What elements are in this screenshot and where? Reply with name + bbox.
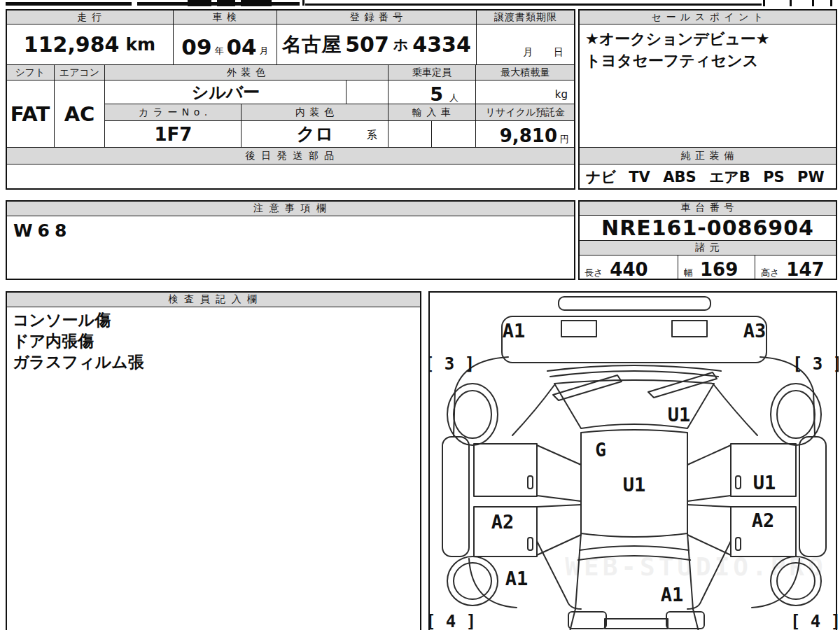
auction-sheet: 走 行 車 検 登 録 番 号 譲渡書類期限 112,984km 09 年 04…	[0, 0, 840, 630]
specs-header: 諸 元	[578, 240, 837, 255]
spec-width-cell: 幅 169	[678, 255, 755, 280]
a-pillar-left	[512, 385, 554, 435]
damage-label-a1-front: A1	[503, 320, 526, 342]
front-strip	[559, 297, 710, 310]
transfer-day-label: 日	[554, 46, 564, 59]
front-wheel-right	[777, 391, 815, 438]
cut-row-border	[790, 0, 792, 6]
spec-height-value: 147	[786, 259, 824, 280]
capacity-header: 乗車定員	[388, 64, 476, 80]
later-parts-header: 後 日 発 送 部 品	[6, 147, 575, 164]
shaken-header: 車 検	[173, 9, 277, 25]
interior-color-value: クロ 系	[241, 120, 389, 148]
recycle-header: リサイクル預託金	[475, 104, 575, 121]
damage-label-a1-trunk: A1	[661, 584, 684, 606]
chassis-header: 車 台 番 号	[578, 200, 837, 216]
front-wheel-left	[454, 391, 491, 438]
damage-label-a3-front: A3	[743, 320, 766, 342]
exterior-color-extra-cell	[346, 80, 388, 104]
rear-wheel-left	[447, 556, 498, 606]
registration-area: 名古屋	[282, 31, 341, 58]
import-car-cell-2	[431, 120, 476, 148]
fold-line	[687, 445, 731, 465]
spec-width-label: 幅	[684, 267, 693, 279]
shaken-year: 09	[181, 36, 211, 57]
inspector-body: コンソール傷 ドア内張傷 ガラスフィルム張	[6, 307, 421, 630]
wiper-right	[648, 372, 717, 398]
door-handle	[528, 538, 533, 550]
door-handle	[736, 476, 741, 489]
inspector-line: ドア内張傷	[13, 330, 94, 351]
mileage-header: 走 行	[6, 9, 174, 25]
bumper-inset-left	[561, 321, 596, 337]
later-parts-body	[6, 164, 575, 190]
damage-diagram: WEB-STUDIO.PRO A1 A3 [ 3 ] [ 3 ] U1 G U1…	[428, 291, 837, 630]
cowl-line	[547, 365, 721, 371]
interior-color-header: 内 装 色	[241, 104, 389, 121]
shaken-value: 09 年 04 月	[173, 24, 277, 65]
shaken-year-unit: 年	[215, 45, 224, 57]
color-no-value: 1F7	[104, 120, 242, 148]
spec-length-cell: 長さ 440	[578, 255, 678, 280]
registration-value: 名古屋 507ホ4334	[276, 24, 477, 65]
recycle-value: 9,810 円	[475, 120, 575, 148]
front-bumper	[502, 316, 766, 363]
shift-value: FAT	[6, 80, 55, 148]
import-car-cell-1	[388, 120, 432, 148]
exterior-color-header: 外 装 色	[104, 64, 388, 80]
color-no-header: カ ラ ー N o .	[104, 104, 242, 121]
damage-label-u1-roof: U1	[623, 474, 646, 496]
inspector-line: コンソール傷	[13, 309, 111, 330]
spec-length-label: 長さ	[584, 267, 603, 279]
registration-kana: ホ	[393, 35, 409, 55]
mileage-unit: km	[125, 34, 155, 55]
inspector-header: 検 査 員 記 入 欄	[6, 291, 421, 307]
damage-label-u1-door-right: U1	[753, 472, 776, 493]
spec-width-value: 169	[700, 259, 738, 280]
damage-label-a2-right: A2	[752, 510, 775, 531]
damage-label-g-glass: G	[595, 440, 606, 461]
wiper-left	[553, 375, 622, 400]
damage-label-a1-rear-left: A1	[505, 568, 528, 589]
fold-line	[537, 505, 581, 507]
recycle-number: 9,810	[500, 125, 557, 146]
damage-label-a2-left: A2	[491, 511, 514, 533]
tread-label-left-rear: [ 4 ]	[430, 612, 476, 630]
aircon-header: エアコン	[54, 64, 105, 80]
registration-number: 4334	[412, 32, 471, 57]
mileage-value: 112,984km	[6, 24, 174, 65]
door-handle	[736, 538, 741, 550]
cut-row-border	[302, 0, 304, 6]
sales-point-line: トヨタセーフティセンス	[585, 50, 758, 71]
transfer-docs-value: 月 日	[476, 24, 575, 65]
interior-color-suffix: 系	[367, 129, 377, 142]
cut-row-border	[763, 0, 765, 6]
fold-line	[537, 445, 581, 465]
import-car-header: 輸 入 車	[388, 104, 476, 121]
fold-line	[537, 496, 581, 501]
rear-bumper-bar	[605, 619, 668, 629]
notes-header: 注 意 事 項 欄	[6, 200, 575, 216]
rear-window-line	[580, 546, 689, 550]
exterior-color-value: シルバー	[104, 80, 347, 104]
side-sill-left	[442, 437, 469, 556]
cut-text-remnant	[188, 0, 211, 6]
vehicle-outline-svg: WEB-STUDIO.PRO A1 A3 [ 3 ] [ 3 ] U1 G U1…	[430, 293, 839, 630]
tread-label-right-front: [ 3 ]	[792, 354, 839, 374]
max-load-header: 最大積載量	[475, 64, 575, 80]
shaken-month: 04	[227, 36, 257, 57]
chassis-value: NRE161-0086904	[578, 215, 837, 241]
registration-class: 507	[345, 32, 389, 57]
shaken-month-unit: 月	[260, 45, 269, 57]
cut-row-border	[830, 0, 832, 6]
tread-label-right-rear: [ 4 ]	[790, 612, 839, 630]
sales-points-body: ★オークションデビュー★ トヨタセーフティセンス	[578, 24, 837, 148]
recycle-unit: 円	[560, 133, 569, 146]
equipment-body: ナビ TV ABS エアB PS PW	[578, 164, 837, 190]
capacity-unit: 人	[449, 92, 458, 104]
capacity-number: 5	[430, 83, 443, 105]
rear-wheel-left	[454, 563, 491, 599]
rear-bumper-tab-right	[666, 612, 704, 629]
max-load-value: kg	[475, 80, 575, 104]
watermark-text: WEB-STUDIO.PRO	[565, 552, 826, 581]
